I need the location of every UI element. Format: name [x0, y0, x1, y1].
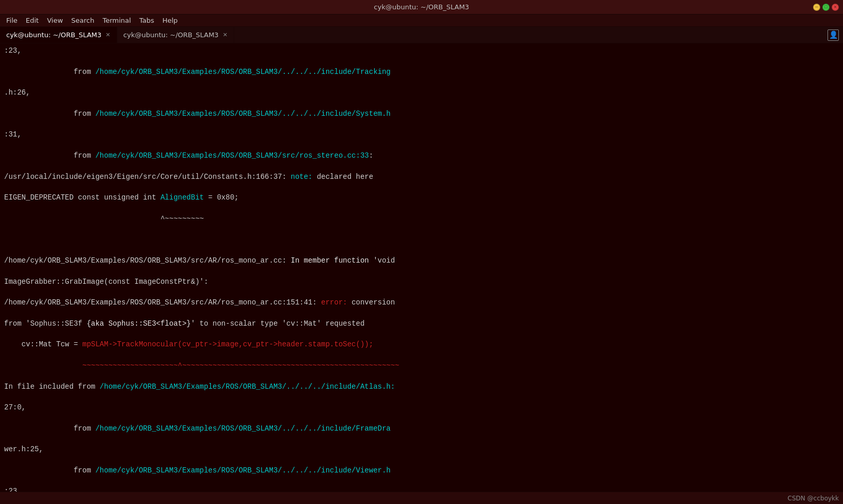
tab-1-label: cyk@ubuntu: ~/ORB_SLAM3 — [6, 31, 101, 39]
tab-2-label: cyk@ubuntu: ~/ORB_SLAM3 — [124, 31, 219, 39]
status-bar: CSDN @ccboykk — [0, 492, 843, 504]
close-button[interactable]: ✕ — [832, 4, 839, 11]
menu-view[interactable]: View — [43, 16, 67, 25]
tab-1[interactable]: cyk@ubuntu: ~/ORB_SLAM3 ✕ — [0, 27, 117, 43]
menu-file[interactable]: File — [2, 16, 22, 25]
window-controls[interactable]: ─ □ ✕ — [813, 4, 839, 11]
menu-edit[interactable]: Edit — [22, 16, 43, 25]
menu-bar: File Edit View Search Terminal Tabs Help — [0, 14, 843, 27]
menu-help[interactable]: Help — [158, 16, 182, 25]
menu-terminal[interactable]: Terminal — [98, 16, 135, 25]
tab-1-close[interactable]: ✕ — [105, 32, 110, 38]
tabs-right: 👤 — [827, 27, 843, 43]
tabs-bar: cyk@ubuntu: ~/ORB_SLAM3 ✕ cyk@ubuntu: ~/… — [0, 27, 843, 43]
maximize-button[interactable]: □ — [822, 4, 830, 11]
title-bar: cyk@ubuntu: ~/ORB_SLAM3 ─ □ ✕ — [0, 0, 843, 14]
minimize-button[interactable]: ─ — [813, 4, 820, 11]
status-text: CSDN @ccboykk — [788, 495, 839, 502]
terminal-content[interactable]: :23, from /home/cyk/ORB_SLAM3/Examples/R… — [0, 43, 843, 492]
window-title: cyk@ubuntu: ~/ORB_SLAM3 — [374, 3, 469, 11]
tab-2-close[interactable]: ✕ — [223, 32, 227, 38]
user-icon[interactable]: 👤 — [827, 29, 839, 41]
menu-search[interactable]: Search — [67, 16, 99, 25]
tab-2[interactable]: cyk@ubuntu: ~/ORB_SLAM3 ✕ — [117, 27, 235, 43]
menu-tabs[interactable]: Tabs — [135, 16, 158, 25]
